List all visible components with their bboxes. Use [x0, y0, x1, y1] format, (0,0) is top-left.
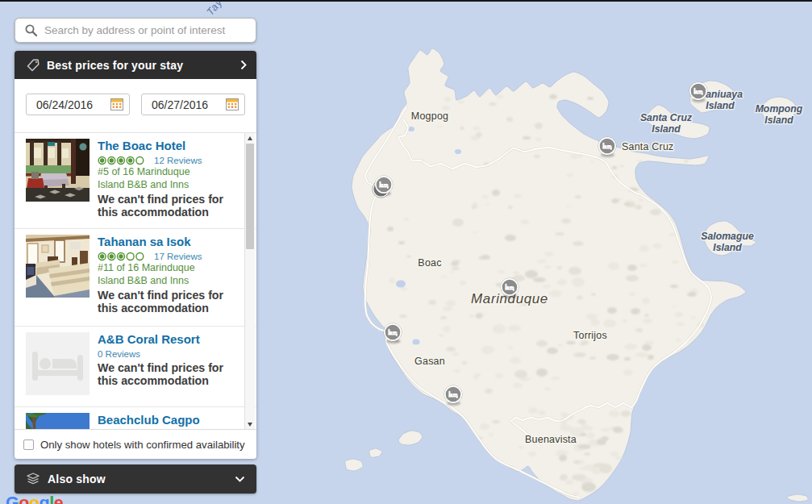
best-prices-header[interactable]: Best prices for your stay: [15, 51, 256, 79]
map-label-mogpog: Mogpog: [411, 110, 448, 122]
hotel-info: The Boac Hotel 12 Reviews #5 of 16 Marin…: [98, 139, 235, 228]
hotel-info: Beachclub Cagpo: [98, 413, 235, 429]
calendar-icon[interactable]: [110, 98, 123, 110]
hotel-rating-row: 0 Reviews: [98, 348, 235, 360]
scrollbar-thumb[interactable]: [246, 144, 254, 249]
hotel-items-container: The Boac Hotel 12 Reviews #5 of 16 Marin…: [15, 133, 256, 429]
map-top-edge: [0, 0, 812, 2]
also-show-bar[interactable]: Also show: [15, 464, 256, 494]
scroll-down-arrow[interactable]: [245, 419, 255, 429]
hotel-list-item[interactable]: Beachclub Cagpo: [15, 407, 256, 429]
hotel-thumbnail[interactable]: [26, 139, 90, 202]
availability-checkbox[interactable]: [23, 439, 34, 450]
hotel-thumbnail[interactable]: [26, 332, 90, 395]
hotel-thumbnail[interactable]: [26, 235, 90, 298]
layers-icon: [26, 473, 40, 485]
hotel-rank-text: #5 of 16 Marinduque Island B&B and Inns: [98, 166, 210, 191]
review-count-link[interactable]: 0 Reviews: [98, 349, 140, 359]
hotel-name-link[interactable]: The Boac Hotel: [98, 140, 185, 152]
also-show-label: Also show: [48, 473, 106, 485]
google-logo-letter: G: [6, 494, 19, 504]
price-tag-icon: [26, 58, 40, 73]
price-availability-note: We can't find prices for this accommodat…: [98, 194, 235, 219]
hotel-list-item[interactable]: The Boac Hotel 12 Reviews #5 of 16 Marin…: [15, 133, 256, 229]
triangle-up-icon: [248, 136, 252, 140]
chevron-down-icon: [235, 476, 245, 482]
map-label-torrijos: Torrijos: [573, 330, 607, 341]
price-availability-note: We can't find prices for this accommodat…: [98, 362, 235, 388]
date-range-row: 06/24/2016 06/27/2016: [15, 79, 256, 132]
price-availability-note: We can't find prices for this accommodat…: [98, 289, 235, 315]
search-input[interactable]: [44, 24, 248, 36]
google-logo-letter: o: [19, 494, 29, 504]
availability-filter-label[interactable]: Only show hotels with confirmed availabi…: [40, 439, 245, 451]
hotel-list-item[interactable]: A&B Coral Resort 0 Reviews We can't find…: [15, 327, 256, 407]
checkin-date-value: 06/24/2016: [36, 98, 93, 111]
chevron-right-icon: [240, 60, 247, 70]
hotel-name-link[interactable]: Beachclub Cagpo: [98, 414, 200, 427]
google-attribution-logo[interactable]: Google: [6, 494, 63, 504]
hotel-name-link[interactable]: A&B Coral Resort: [98, 333, 200, 346]
best-prices-label: Best prices for your stay: [47, 59, 183, 72]
hotel-results-list[interactable]: The Boac Hotel 12 Reviews #5 of 16 Marin…: [15, 132, 256, 429]
hotel-name-link[interactable]: Tahanan sa Isok: [98, 235, 191, 248]
rating-circles-icon: [98, 155, 149, 166]
google-logo-letter: e: [54, 494, 63, 504]
hotel-info: Tahanan sa Isok 17 Reviews #11 of 16 Mar…: [98, 235, 235, 326]
map-search-box[interactable]: [15, 18, 256, 43]
hotel-rating-row: 17 Reviews: [98, 251, 235, 262]
review-count-link[interactable]: 12 Reviews: [154, 156, 202, 165]
hotel-rank-text: #11 of 16 Marinduque Island B&B and Inns: [98, 262, 210, 287]
scroll-up-arrow[interactable]: [245, 133, 255, 144]
checkin-date-field[interactable]: 06/24/2016: [26, 94, 130, 115]
google-logo-letter: o: [29, 494, 40, 504]
map-label-buenavista: Buenavista: [525, 434, 577, 445]
hotel-thumbnail[interactable]: [26, 413, 90, 429]
list-scrollbar[interactable]: [244, 133, 255, 429]
review-count-link[interactable]: 17 Reviews: [154, 252, 202, 261]
map-label-boac: Boac: [418, 257, 441, 269]
checkout-date-value: 06/27/2016: [152, 98, 208, 111]
google-logo-letter: g: [40, 494, 50, 504]
hotel-list-item[interactable]: Tahanan sa Isok 17 Reviews #11 of 16 Mar…: [15, 229, 256, 327]
search-icon: [24, 23, 38, 37]
map-label-santa-cruz: Santa Cruz: [622, 141, 674, 152]
hotel-info: A&B Coral Resort 0 Reviews We can't find…: [98, 332, 235, 406]
map-label-gasan: Gasan: [414, 356, 445, 367]
availability-filter-row: Only show hotels with confirmed availabi…: [15, 429, 256, 459]
rating-circles-icon: [98, 251, 149, 262]
calendar-icon[interactable]: [226, 98, 239, 110]
hotel-rating-row: 12 Reviews: [98, 155, 235, 166]
checkout-date-field[interactable]: 06/27/2016: [141, 94, 245, 115]
hotel-panel: Best prices for your stay 06/24/2016 06/…: [15, 51, 256, 459]
triangle-down-icon: [248, 423, 252, 427]
